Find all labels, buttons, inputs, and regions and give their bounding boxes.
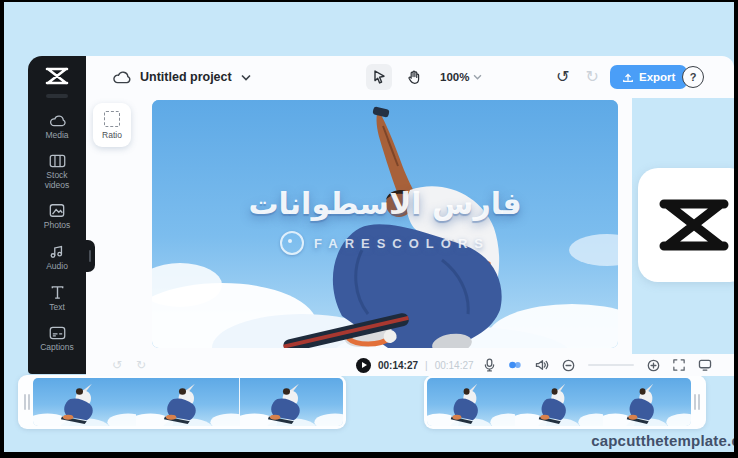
preview-area: فارس الاسطوانات FARESCOLORS <box>86 98 632 354</box>
question-mark-icon: ? <box>690 71 697 83</box>
chevron-down-icon <box>473 74 482 80</box>
canvas-tools-group: 100% <box>366 56 482 98</box>
sidebar-item-label: Media <box>45 131 68 141</box>
clip-thumbnail <box>603 378 691 426</box>
cloud-media-icon <box>49 114 66 128</box>
sidebar-item-captions[interactable]: Captions <box>28 326 86 353</box>
export-label: Export <box>639 71 675 83</box>
fit-to-screen-icon[interactable] <box>673 359 685 371</box>
sidebar-collapse-handle[interactable] <box>86 240 95 272</box>
project-title-group: Untitled project <box>112 56 251 98</box>
timeline-redo-button[interactable]: ↻ <box>136 359 146 371</box>
undo-button[interactable]: ↺ <box>556 69 569 85</box>
clip-thumbnail <box>515 378 603 426</box>
current-time: 00:14:27 <box>378 360 418 371</box>
total-time: 00:14:27 <box>435 360 474 371</box>
project-title[interactable]: Untitled project <box>140 70 232 84</box>
left-sidebar: Media Stock videos Photos Audio <box>28 56 86 374</box>
clip-thumbnail <box>33 378 136 426</box>
sidebar-item-photos[interactable]: Photos <box>28 203 86 231</box>
timeline-filmstrip: ][ <box>4 374 734 432</box>
ratio-label: Ratio <box>102 130 122 140</box>
capcut-logo-large-icon <box>655 194 733 256</box>
zoom-level-dropdown[interactable]: 100% <box>440 71 482 83</box>
sidebar-menu: Media Stock videos Photos Audio <box>28 114 86 352</box>
sidebar-item-label: Captions <box>40 343 74 353</box>
select-tool-button[interactable] <box>366 64 392 90</box>
video-clip-left[interactable] <box>18 375 346 429</box>
clip-thumbnail <box>136 378 239 426</box>
app-screen: Media Stock videos Photos Audio <box>4 2 734 452</box>
timeline-history-group: ↺ ↻ <box>112 354 146 376</box>
zoom-level-value: 100% <box>440 71 469 83</box>
help-button[interactable]: ? <box>682 66 704 88</box>
sidebar-item-media[interactable]: Media <box>28 114 86 141</box>
sidebar-item-stock-videos[interactable]: Stock videos <box>28 154 86 191</box>
clip-trim-handle-right[interactable] <box>691 378 703 426</box>
site-watermark-text: capcutthetemplate.c <box>591 432 734 449</box>
clip-thumbnails <box>33 378 343 426</box>
top-header: Untitled project 100% <box>86 56 734 98</box>
hand-tool-button[interactable] <box>400 64 426 90</box>
cloud-sync-icon <box>112 70 131 85</box>
playback-group: 00:14:27 | 00:14:27 <box>356 354 474 376</box>
sidebar-item-audio[interactable]: Audio <box>28 244 86 272</box>
sidebar-item-label: Audio <box>46 262 68 272</box>
sidebar-item-label: Photos <box>44 221 70 231</box>
zoom-out-icon[interactable] <box>562 359 575 372</box>
sidebar-item-text[interactable]: Text <box>28 285 86 313</box>
redo-button[interactable]: ↻ <box>585 69 598 85</box>
preview-display-icon[interactable] <box>698 359 712 371</box>
timeline-undo-button[interactable]: ↺ <box>112 359 122 371</box>
clip-trim-handle-left[interactable] <box>21 378 33 426</box>
clip-thumbnails <box>427 378 691 426</box>
ratio-button[interactable]: Ratio <box>93 103 131 147</box>
zoom-in-icon[interactable] <box>647 359 660 372</box>
captions-icon <box>49 326 66 340</box>
voice-enhance-icon[interactable] <box>508 360 522 370</box>
text-icon <box>50 285 65 300</box>
ratio-dashed-square-icon <box>104 111 120 127</box>
sidebar-logo-divider <box>46 94 68 98</box>
photos-icon <box>49 203 65 218</box>
skateboarder-video-frame <box>152 100 618 348</box>
capcut-logo-card <box>638 168 734 282</box>
timeline-toolbar: ↺ ↻ 00:14:27 | 00:14:27 <box>86 354 734 376</box>
clip-thumbnail <box>240 378 343 426</box>
timeline-controls-group <box>484 354 712 376</box>
video-clip-right[interactable] <box>424 375 706 429</box>
sidebar-item-label: Text <box>49 303 65 313</box>
audio-icon <box>49 244 65 259</box>
chevron-down-icon[interactable] <box>241 74 251 81</box>
capcut-logo-icon <box>44 66 70 86</box>
video-canvas[interactable]: فارس الاسطوانات FARESCOLORS <box>152 100 618 348</box>
sidebar-item-label: Stock videos <box>35 171 79 191</box>
play-button[interactable] <box>356 358 371 373</box>
timeline-zoom-slider[interactable] <box>588 364 634 366</box>
history-group: ↺ ↻ <box>556 56 599 98</box>
time-separator: | <box>425 360 428 371</box>
microphone-icon[interactable] <box>484 358 495 372</box>
clip-thumbnail <box>427 378 515 426</box>
export-button[interactable]: Export <box>610 65 687 89</box>
export-upload-icon <box>622 72 634 83</box>
speaker-icon[interactable] <box>535 359 549 371</box>
cursor-arrow-icon <box>373 70 385 84</box>
hand-icon <box>407 70 420 84</box>
stock-videos-icon <box>49 154 66 168</box>
